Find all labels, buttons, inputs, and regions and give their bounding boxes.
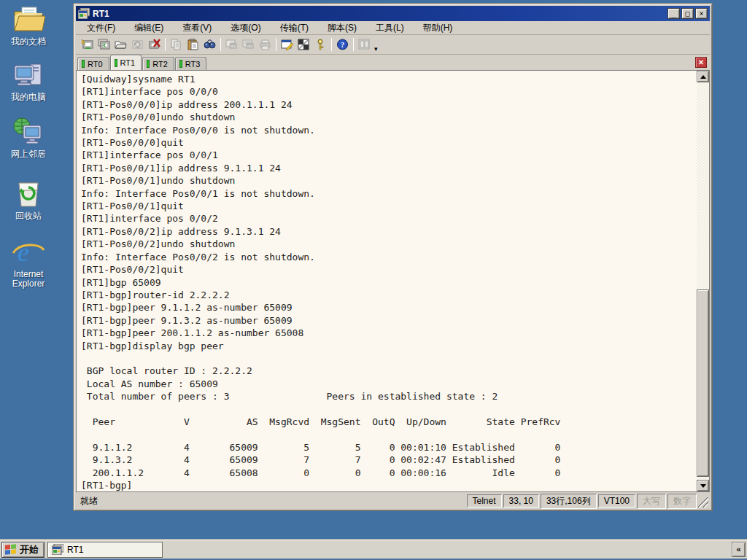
menu-view[interactable]: 查看(V) — [176, 20, 218, 36]
tray-collapse-button[interactable]: « — [732, 542, 746, 557]
copy-icon — [170, 39, 182, 50]
vertical-scrollbar[interactable] — [697, 71, 709, 491]
toolbar: ? ▾ — [76, 35, 710, 55]
paste-icon — [187, 39, 199, 50]
quick-connect-icon — [81, 39, 93, 50]
print-selection-button — [240, 36, 257, 52]
connect-in-tab-button[interactable] — [96, 36, 112, 52]
reconnect-button — [129, 36, 146, 52]
internet-explorer-icon: e — [12, 237, 45, 268]
toolbar-separator — [353, 38, 354, 51]
menu-transfer[interactable]: 传输(T) — [274, 20, 315, 36]
print-icon — [259, 39, 271, 50]
reconnect-icon — [131, 39, 144, 50]
resize-grip[interactable] — [698, 497, 708, 508]
toolbar-separator — [331, 38, 332, 51]
status-cursor-position: 33, 10 — [503, 494, 539, 508]
connected-led-icon — [115, 59, 117, 67]
desktop-icon-label: 我的文档 — [1, 37, 55, 47]
tab-label: RT1 — [120, 58, 136, 67]
toolbar-separator — [165, 38, 166, 51]
arrow-up-icon — [700, 75, 706, 79]
connected-led-icon — [147, 60, 150, 68]
security-key-icon — [314, 39, 327, 50]
disconnect-icon — [148, 39, 160, 50]
terminal-area[interactable]: [Quidway]sysname RT1 [RT1]interface pos … — [76, 71, 710, 492]
connected-led-icon — [82, 60, 85, 68]
desktop-icon-internet-explorer[interactable]: e Internet Explorer — [1, 237, 55, 289]
tab-label: RT3 — [185, 60, 201, 69]
copy-button — [168, 36, 185, 52]
tab-rt2[interactable]: RT2 — [142, 57, 174, 70]
keymap-button[interactable] — [295, 36, 312, 52]
print-preview-icon — [225, 39, 238, 50]
print-selection-icon — [242, 39, 255, 50]
desktop-icon-network-places[interactable]: 网上邻居 — [1, 117, 55, 159]
toolbar-separator — [220, 38, 221, 51]
my-documents-icon — [12, 4, 45, 35]
titlebar[interactable]: RT1 _ □ × — [76, 6, 710, 21]
menu-tools[interactable]: 工具(L) — [369, 20, 411, 36]
terminal-window: RT1 _ □ × 文件(F) 编辑(E) 查看(V) 选项(O) 传输(T) … — [73, 3, 713, 511]
desktop-icon-label: 回收站 — [1, 211, 55, 221]
menu-bar: 文件(F) 编辑(E) 查看(V) 选项(O) 传输(T) 脚本(S) 工具(L… — [76, 21, 710, 35]
desktop-icon-my-documents[interactable]: 我的文档 — [1, 4, 55, 47]
session-options-icon — [281, 39, 293, 50]
maximize-button[interactable]: □ — [681, 8, 694, 19]
app-icon — [52, 544, 63, 555]
close-button[interactable]: × — [695, 8, 708, 19]
taskbar: 开始 RT1 « — [0, 540, 747, 560]
recycle-bin-icon — [12, 179, 45, 209]
find-button[interactable] — [201, 36, 218, 52]
desktop-icon-my-computer[interactable]: 我的电脑 — [1, 60, 55, 102]
app-icon — [78, 8, 90, 19]
my-computer-icon — [12, 60, 45, 90]
start-button[interactable]: 开始 — [1, 542, 44, 558]
session-options-button[interactable] — [279, 36, 295, 52]
window-title: RT1 — [93, 9, 666, 19]
toolbar-separator — [276, 38, 276, 51]
menu-file[interactable]: 文件(F) — [80, 20, 122, 36]
desktop-icon-label: 我的电脑 — [1, 93, 55, 102]
tab-rt3[interactable]: RT3 — [175, 57, 207, 70]
arrow-down-icon — [700, 484, 706, 488]
scroll-up-button[interactable] — [697, 71, 709, 82]
status-bar: 就绪 Telnet 33, 10 33行,106列 VT100 大写 数字 — [76, 493, 710, 509]
tab-label: RT2 — [152, 60, 168, 69]
start-label: 开始 — [20, 543, 39, 556]
print-button — [257, 36, 274, 52]
disconnect-button[interactable] — [146, 36, 163, 52]
network-places-icon — [12, 117, 45, 147]
desktop-icon-label: Internet Explorer — [1, 270, 55, 289]
menu-edit[interactable]: 编辑(E) — [128, 20, 170, 36]
help-button[interactable]: ? — [334, 36, 351, 52]
scroll-down-button[interactable] — [697, 480, 709, 491]
tab-rt0[interactable]: RT0 — [77, 57, 109, 70]
windows-logo-icon — [5, 544, 17, 556]
status-ready: 就绪 — [80, 495, 465, 508]
tab-bar: RT0 RT1 RT2 RT3 ✕ — [76, 55, 710, 71]
status-screen-size: 33行,106列 — [541, 494, 597, 509]
menu-script[interactable]: 脚本(S) — [321, 20, 363, 36]
desktop-icon-label: 网上邻居 — [1, 149, 55, 159]
minimize-button[interactable]: _ — [667, 8, 680, 19]
status-num-lock: 数字 — [667, 494, 697, 509]
tab-close-button[interactable]: ✕ — [695, 57, 707, 68]
task-label: RT1 — [67, 545, 83, 555]
paste-button[interactable] — [185, 36, 201, 52]
security-key-button[interactable] — [312, 36, 329, 52]
toolbar-overflow-button[interactable]: ▾ — [374, 45, 378, 54]
session-manager-button[interactable] — [112, 36, 129, 52]
help-icon: ? — [336, 39, 349, 50]
session-manager-icon — [115, 39, 127, 50]
desktop-icon-recycle-bin[interactable]: 回收站 — [1, 179, 55, 221]
menu-options[interactable]: 选项(O) — [224, 20, 267, 36]
scrollbar-thumb[interactable] — [697, 289, 709, 477]
tab-rt1[interactable]: RT1 — [110, 55, 142, 70]
status-caps-lock: 大写 — [637, 494, 666, 509]
terminal-output[interactable]: [Quidway]sysname RT1 [RT1]interface pos … — [77, 71, 697, 491]
menu-help[interactable]: 帮助(H) — [417, 20, 460, 36]
print-preview-button — [223, 36, 240, 52]
quick-connect-button[interactable] — [79, 36, 96, 52]
taskbar-task-rt1[interactable]: RT1 — [47, 542, 163, 558]
